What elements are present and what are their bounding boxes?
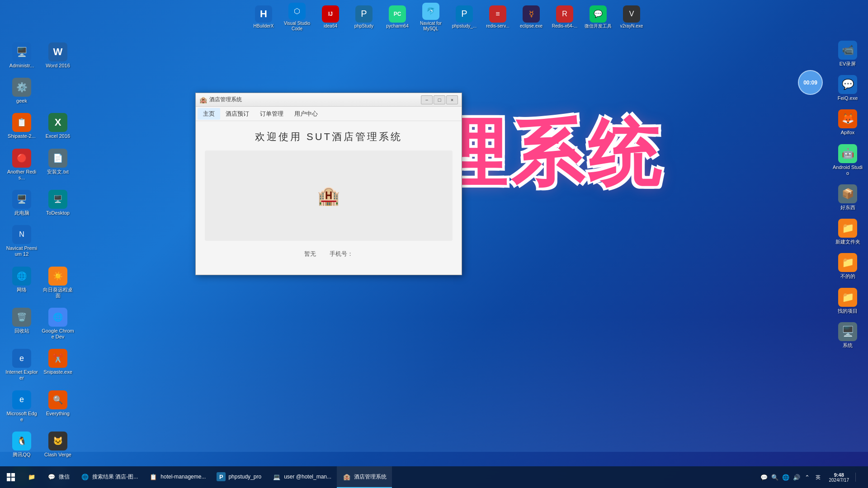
icon-apifox[interactable]: 🦊 Apifox [830, 107, 866, 138]
icon-xinjianjian[interactable]: 📁 新建文件夹 [830, 216, 866, 248]
icon-feiq[interactable]: 💬 FeiQ.exe [830, 72, 866, 104]
browser-taskbar-icon: 🌐 [80, 472, 90, 481]
top-tray-navicat[interactable]: 🐬 Navicat for MySQL [415, 1, 447, 33]
top-tray-hbuilder[interactable]: H HBuilderX [248, 1, 279, 33]
icon-yuancheng[interactable]: ☀️ 向日葵远程桌面 [40, 264, 76, 301]
icon-geek[interactable]: ⚙️ geek [4, 75, 40, 107]
window-menubar: 主页 酒店预订 订单管理 用户中心 [196, 107, 462, 121]
hotel-sys-taskbar-icon: 🏨 [342, 472, 351, 481]
top-tray-redis-server[interactable]: ≡ redis-serv... [482, 1, 514, 33]
phpstudy-taskbar-icon: P [217, 472, 226, 481]
window-content: 欢迎使用 SUT酒店管理系统 🏨 暂无 手机号： [196, 121, 462, 275]
taskbar-weixin[interactable]: 💬 微信 [42, 466, 75, 488]
icon-ie[interactable]: e Internet Explorer [4, 346, 40, 384]
taskbar-phpstudy[interactable]: P phpstudy_pro [211, 466, 267, 488]
windows-icon [7, 473, 15, 481]
icon-ev[interactable]: 📹 EV录屏 [830, 38, 866, 70]
tray-input-icon[interactable]: 英 [814, 473, 823, 482]
phone-label: 手机号： [330, 250, 353, 258]
icon-haodongxi[interactable]: 📦 好东西 [830, 182, 866, 213]
desktop: H HBuilderX ⬡ Visual Studio Code IJ idea… [0, 0, 868, 488]
window-controls: − □ × [421, 95, 458, 104]
top-tray-idea64[interactable]: IJ idea64 [315, 1, 346, 33]
taskbar-hotel-mgmt-label: hotel-manageme... [160, 474, 206, 480]
tray-search-icon[interactable]: 🔍 [770, 473, 779, 482]
top-tray-eclipse[interactable]: ☿ eclipse.exe [515, 1, 547, 33]
icon-shipaste[interactable]: 📋 Shipaste-2... [4, 110, 40, 142]
clock-widget: 00:09 [798, 70, 823, 95]
taskbar-weixin-label: 微信 [59, 473, 70, 481]
user-label: 暂无 [304, 250, 316, 258]
top-tray-v2rayn[interactable]: V v2rayN.exe [616, 1, 647, 33]
window-title: 酒店管理系统 [209, 96, 421, 103]
desktop-icons-right: 📹 EV录屏 💬 FeiQ.exe 🦊 Apifox 🤖 Android Stu… [827, 36, 868, 355]
window-titlebar[interactable]: 🏨 酒店管理系统 − □ × [196, 93, 462, 107]
menu-item-hotel[interactable]: 酒店预订 [220, 108, 255, 120]
tray-weixin-icon[interactable]: 💬 [760, 473, 769, 482]
tray-more-icon[interactable]: ⌃ [803, 473, 812, 482]
top-tray-weixin-dev[interactable]: 💬 微信开发工具 [582, 1, 614, 33]
desktop-icons-left: 🖥️ Administr... W Word 2016 ⚙️ geek [0, 36, 90, 488]
icon-navicat12[interactable]: N Navicat Premium 12 [4, 222, 40, 260]
hotel-mgmt-taskbar-icon: 📋 [149, 472, 158, 481]
app-window: 🏨 酒店管理系统 − □ × 主页 酒店预订 订单管理 用户中心 欢迎使用 SU… [195, 93, 462, 275]
icon-wangluo[interactable]: 🌐 网络 [4, 264, 40, 301]
tray-volume-icon[interactable]: 🔊 [792, 473, 801, 482]
icon-msedge[interactable]: e Microsoft Edge [4, 388, 40, 425]
weixin-taskbar-icon: 💬 [47, 472, 56, 481]
window-maximize-btn[interactable]: □ [434, 95, 445, 104]
tray-show-desktop[interactable] [855, 473, 864, 482]
welcome-text: 欢迎使用 SUT酒店管理系统 [255, 130, 402, 144]
top-tray-phpstudy[interactable]: P phpStudy [348, 1, 380, 33]
taskbar: 📁 💬 微信 🌐 搜索结果 酒店-图... 📋 hotel-manageme..… [0, 466, 868, 488]
icon-administr[interactable]: 🖥️ Administr... [4, 40, 40, 71]
menu-item-orders[interactable]: 订单管理 [255, 108, 289, 120]
icon-todesktop[interactable]: 🖥️ ToDesktop [40, 187, 76, 219]
icon-snipaste[interactable]: ✂️ Snipaste.exe [40, 346, 76, 384]
taskbar-hotel-sys-label: 酒店管理系统 [354, 473, 387, 481]
icon-diannao[interactable]: 🖥️ 此电脑 [4, 187, 40, 219]
user-info-area: 暂无 手机号： [304, 250, 353, 258]
icon-excel2016[interactable]: X Excel 2016 [40, 110, 76, 142]
icon-xitong[interactable]: 🖥️ 系统 [830, 319, 866, 351]
taskbar-user-hotel[interactable]: 💻 user @hotel_man... [267, 466, 337, 488]
icon-another-redis[interactable]: 🔴 Another Redis... [4, 146, 40, 183]
taskbar-hotel-sys[interactable]: 🏨 酒店管理系统 [337, 466, 392, 488]
top-tray-pycharm[interactable]: PC pycharm64 [382, 1, 413, 33]
taskbar-tray: 💬 🔍 🌐 🔊 ⌃ 英 9:48 2024/7/17 [756, 466, 868, 488]
icon-everything[interactable]: 🔍 Everything [40, 388, 76, 425]
window-close-btn[interactable]: × [446, 95, 458, 104]
taskbar-browser[interactable]: 🌐 搜索结果 酒店-图... [75, 466, 143, 488]
taskbar-phpstudy-label: phpstudy_pro [228, 474, 261, 480]
tray-network-icon[interactable]: 🌐 [781, 473, 790, 482]
menu-item-user[interactable]: 用户中心 [289, 108, 323, 120]
taskbar-clock[interactable]: 9:48 2024/7/17 [825, 472, 854, 483]
icon-clashverge[interactable]: 🐱 Clash Verge [40, 429, 76, 460]
user-hotel-taskbar-icon: 💻 [272, 472, 281, 481]
menu-item-home[interactable]: 主页 [198, 108, 220, 120]
icon-huishouzhan[interactable]: 🗑️ 回收站 [4, 305, 40, 343]
icon-android[interactable]: 🤖 Android Studio [830, 141, 866, 179]
icon-qq[interactable]: 🐧 腾讯QQ [4, 429, 40, 460]
icon-zhaodemulu[interactable]: 📁 找的项目 [830, 285, 866, 317]
window-minimize-btn[interactable]: − [421, 95, 433, 104]
taskbar-hotel-mgmt[interactable]: 📋 hotel-manageme... [143, 466, 211, 488]
taskbar-user-hotel-label: user @hotel_man... [284, 474, 331, 480]
icon-bude[interactable]: 📁 不的的 [830, 250, 866, 282]
taskbar-file-explorer[interactable]: 📁 [22, 466, 42, 488]
taskbar-start-btn[interactable] [0, 466, 22, 488]
taskbar-browser-label: 搜索结果 酒店-图... [92, 473, 138, 481]
icon-chromdev[interactable]: 🌐 Google Chrome Dev [40, 305, 76, 343]
icon-anzhuwentxt[interactable]: 📄 安装文.txt [40, 146, 76, 183]
top-tray-vscode[interactable]: ⬡ Visual Studio Code [281, 1, 313, 33]
content-placeholder: 🏨 [317, 185, 340, 206]
top-tray-redis-x64[interactable]: R Redis-x64-... [549, 1, 580, 33]
icon-word2016[interactable]: W Word 2016 [40, 40, 76, 71]
window-title-icon: 🏨 [199, 96, 207, 103]
file-explorer-icon: 📁 [27, 472, 36, 481]
top-tray: H HBuilderX ⬡ Visual Studio Code IJ idea… [244, 0, 827, 34]
top-tray-phpstudy2[interactable]: P phpstudy_... [448, 1, 480, 33]
